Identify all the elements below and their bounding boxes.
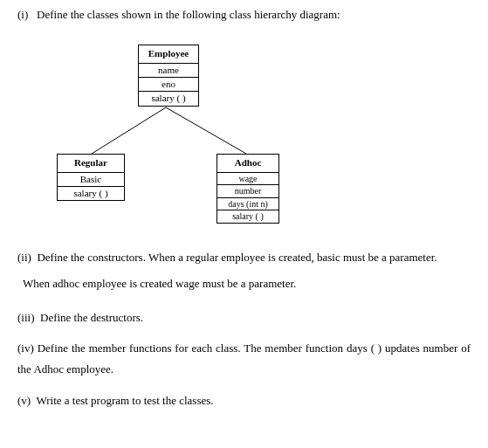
uml-title: Regular [58, 155, 124, 172]
uml-attr: name [139, 64, 198, 78]
item-v-text: Write a test program to test the classes… [36, 394, 213, 407]
item-i-label: (i) [17, 8, 28, 21]
item-iii-label: (iii) [17, 311, 35, 324]
uml-attr: eno [139, 78, 198, 92]
item-iii: (iii) Define the destructors. [17, 310, 471, 326]
uml-title: Employee [139, 45, 198, 63]
item-iv-label: (iv) [17, 341, 34, 355]
item-iii-text: Define the destructors. [40, 311, 143, 324]
uml-attr: Basic [58, 173, 124, 187]
uml-method: salary ( ) [58, 187, 124, 200]
uml-title: Adhoc [217, 155, 278, 172]
svg-line-1 [166, 107, 246, 154]
uml-method: salary ( ) [139, 92, 198, 105]
item-v-label: (v) [17, 394, 31, 407]
uml-class-adhoc: Adhoc wage number days (int n) salary ( … [217, 154, 279, 223]
item-iv-text: Define the member functions for each cla… [17, 341, 471, 376]
uml-class-regular: Regular Basic salary ( ) [57, 154, 125, 201]
svg-line-0 [92, 107, 166, 154]
item-ii-text: Define the constructors. When a regular … [37, 251, 436, 264]
item-v: (v) Write a test program to test the cla… [17, 393, 471, 409]
item-i: (i) Define the classes shown in the foll… [17, 7, 471, 23]
item-i-text: Define the classes shown in the followin… [37, 8, 340, 21]
item-ii-label: (ii) [17, 251, 31, 264]
uml-method: salary ( ) [217, 210, 278, 223]
item-ii: (ii) Define the constructors. When a reg… [17, 250, 471, 265]
uml-attr: wage [217, 173, 278, 186]
uml-class-employee: Employee name eno salary ( ) [138, 45, 199, 107]
class-hierarchy-diagram: Employee name eno salary ( ) Regular Bas… [44, 45, 306, 215]
uml-attr: number [217, 185, 278, 198]
item-ii-sub: When adhoc employee is created wage must… [17, 276, 471, 292]
item-iv: (iv) Define the member functions for eac… [17, 338, 471, 381]
uml-method: days (int n) [217, 198, 278, 211]
